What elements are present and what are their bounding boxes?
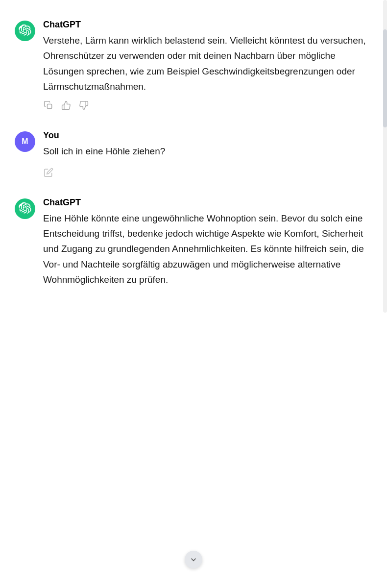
avatar-user: M [15,131,35,152]
svg-rect-0 [48,104,52,109]
scrollbar-thumb[interactable] [383,29,387,127]
message-text-3: Eine Höhle könnte eine ungewöhnliche Woh… [43,211,372,288]
message-block-2: M You Soll ich in eine Höhle ziehen? [0,121,387,187]
avatar-user-initial: M [22,137,28,146]
copy-icon[interactable] [43,100,54,111]
message-content-3: ChatGPT Eine Höhle könnte eine ungewöhnl… [43,197,372,294]
chatgpt-logo-icon-2 [19,202,31,215]
message-text-1: Verstehe, Lärm kann wirklich belastend s… [43,33,372,94]
thumbs-up-icon[interactable] [61,100,72,111]
message-actions-2 [43,165,372,178]
message-content-1: ChatGPT Verstehe, Lärm kann wirklich bel… [43,20,372,111]
message-author-3: ChatGPT [43,197,372,208]
chatgpt-logo-icon [19,24,31,37]
chat-container: ChatGPT Verstehe, Lärm kann wirklich bel… [0,0,387,313]
scroll-to-bottom-button[interactable] [185,551,202,568]
edit-message-icon[interactable] [43,167,54,178]
message-text-2: Soll ich in eine Höhle ziehen? [43,144,372,159]
message-actions-1 [43,100,372,111]
scrollbar-track [383,0,387,313]
message-author-2: You [43,130,372,141]
message-block-1: ChatGPT Verstehe, Lärm kann wirklich bel… [0,10,387,121]
avatar-chatgpt-3 [15,198,35,219]
scroll-down-icon [189,555,198,564]
message-block-3: ChatGPT Eine Höhle könnte eine ungewöhnl… [0,188,387,303]
message-author-1: ChatGPT [43,20,372,30]
avatar-chatgpt-1 [15,21,35,41]
message-content-2: You Soll ich in eine Höhle ziehen? [43,130,372,177]
thumbs-down-icon[interactable] [78,100,89,111]
